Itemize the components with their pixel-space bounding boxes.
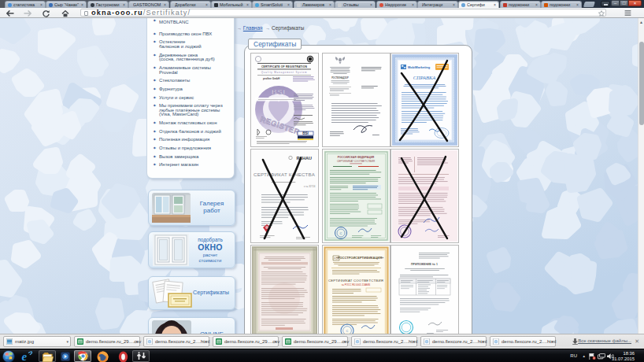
svg-text:СПРАВКА: СПРАВКА <box>413 75 436 80</box>
svg-text:profine GmbH: profine GmbH <box>263 77 280 80</box>
svg-text:РОССИЙСКАЯ ФЕДЕРАЦИЯ: РОССИЙСКАЯ ФЕДЕРАЦИЯ <box>338 156 375 159</box>
svg-text:С: С <box>346 329 349 333</box>
svg-text:e: e <box>22 350 28 362</box>
svg-text:CERTIFICATE OF REGISTRATION: CERTIFICATE OF REGISTRATION <box>261 65 307 68</box>
svg-text:С: С <box>340 231 342 235</box>
svg-text:«РОССТРОЙСЕРТИФИКАЦИЯ»: «РОССТРОЙСЕРТИФИКАЦИЯ» <box>336 256 384 260</box>
svg-text:РОСТЕХНАДЗОР: РОСТЕХНАДЗОР <box>331 76 349 79</box>
svg-text:BSI: BSI <box>272 88 286 96</box>
svg-text:СЕРТИФИКАТ СООТВЕТСТВИЯ: СЕРТИФИКАТ СООТВЕТСТВИЯ <box>337 160 376 163</box>
svg-text:СЕРТИФИКАТ СООТВЕТСТВИЯ: СЕРТИФИКАТ СООТВЕТСТВИЯ <box>328 279 383 283</box>
svg-text:ПРИЛОЖЕНИЕ № 1: ПРИЛОЖЕНИЕ № 1 <box>411 263 438 266</box>
svg-text:MobiMarketing: MobiMarketing <box>408 65 431 69</box>
svg-text:BSI: BSI <box>302 131 309 135</box>
svg-text:к № 32724: к № 32724 <box>304 185 316 188</box>
svg-text:№ РОСС RU.0001.11АБ86: № РОСС RU.0001.11АБ86 <box>342 283 371 286</box>
svg-text:СЕРТИФИКАТ КАЧЕСТВА: СЕРТИФИКАТ КАЧЕСТВА <box>254 172 316 177</box>
svg-text:Quality Management System: Quality Management System <box>261 71 308 74</box>
svg-text:REHAU: REHAU <box>296 156 312 161</box>
